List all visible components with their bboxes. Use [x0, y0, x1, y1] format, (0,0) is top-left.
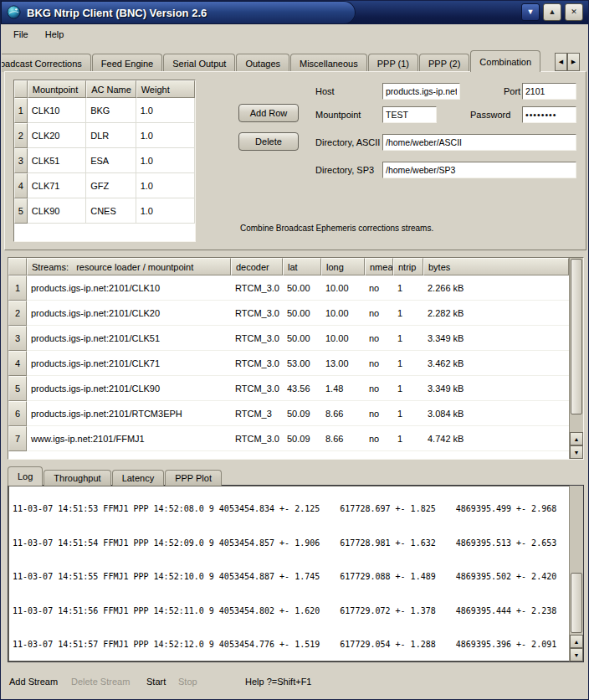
combination-hint: Combine Broadcast Ephemeris corrections …	[240, 224, 433, 233]
port-input[interactable]	[522, 83, 576, 100]
scrollbar-thumb[interactable]	[571, 259, 582, 414]
delete-button[interactable]: Delete	[238, 132, 299, 151]
chevron-right-icon: ▶	[571, 59, 576, 65]
streams-scrollbar[interactable]: ▲ ▼	[569, 258, 583, 459]
tab-scroll-right-button[interactable]: ▶	[567, 53, 580, 71]
titlebar-caption: BKG Ntrip Client (BNC) Version 2.6	[1, 1, 356, 24]
scroll-down-button[interactable]: ▼	[570, 445, 583, 459]
combination-row[interactable]: 4 CLK71 GFZ 1.0	[14, 173, 195, 198]
tabbar: Broadcast Corrections Feed Engine Serial…	[2, 49, 587, 72]
delete-stream-button[interactable]: Delete Stream	[71, 677, 130, 687]
tab-ppp-2[interactable]: PPP (2)	[419, 54, 469, 72]
tab-log[interactable]: Log	[8, 466, 43, 486]
stop-button[interactable]: Stop	[178, 677, 197, 687]
tab-latency[interactable]: Latency	[112, 470, 165, 486]
combination-row[interactable]: 3 CLK51 ESA 1.0	[14, 148, 195, 173]
port-label: Port	[504, 86, 520, 96]
tab-miscellaneous[interactable]: Miscellaneous	[290, 54, 367, 72]
col-header-weight[interactable]: Weight	[136, 80, 195, 98]
scroll-up-button[interactable]: ▲	[570, 432, 583, 445]
log-line: 11-03-07 14:51:53 FFMJ1 PPP 14:52:08.0 9…	[13, 503, 568, 515]
tab-scroll-left-button[interactable]: ◀	[555, 53, 567, 71]
directory-ascii-label: Directory, ASCII	[315, 137, 380, 147]
tab-throughput[interactable]: Throughput	[44, 470, 110, 486]
tab-scroll-buttons: ◀ ▶	[555, 53, 580, 71]
password-label: Password	[470, 110, 510, 120]
app-icon[interactable]	[7, 5, 21, 21]
combination-pane: Mountpoint AC Name Weight 1 CLK10 BKG 1.…	[4, 71, 586, 250]
col-header-bytes[interactable]: bytes	[423, 258, 569, 275]
mountpoint-input[interactable]	[382, 106, 437, 123]
combination-table: Mountpoint AC Name Weight 1 CLK10 BKG 1.…	[13, 80, 196, 242]
stream-row[interactable]: 1 products.igs-ip.net:2101/CLK10 RTCM_3.…	[8, 275, 569, 301]
menubar: File Help	[2, 24, 587, 44]
arrow-up-icon: ▲	[574, 639, 580, 645]
log-output[interactable]: 11-03-07 14:51:53 FFMJ1 PPP 14:52:08.0 9…	[8, 485, 584, 662]
close-button[interactable]: ✕	[565, 3, 583, 21]
scroll-down-button[interactable]: ▼	[570, 648, 583, 661]
close-icon: ✕	[571, 8, 577, 16]
bnc-window: BKG Ntrip Client (BNC) Version 2.6 ▼ ▲ ✕…	[0, 0, 589, 700]
log-line: 11-03-07 14:51:55 FFMJ1 PPP 14:52:10.0 9…	[13, 571, 568, 583]
add-row-button[interactable]: Add Row	[238, 104, 299, 122]
stream-row[interactable]: 5 products.igs-ip.net:2101/CLK90 RTCM_3.…	[8, 376, 569, 401]
arrow-down-icon: ▼	[574, 450, 580, 456]
log-line: 11-03-07 14:51:57 FFMJ1 PPP 14:52:12.0 9…	[13, 639, 568, 651]
streams-header: Streams: resource loader / mountpoint de…	[8, 258, 569, 275]
arrow-down-icon: ▼	[574, 652, 580, 658]
col-header-lat[interactable]: lat	[283, 258, 321, 275]
combination-row[interactable]: 2 CLK20 DLR 1.0	[14, 123, 195, 148]
stream-row[interactable]: 4 products.igs-ip.net:2101/CLK71 RTCM_3.…	[8, 351, 569, 376]
col-header-decoder[interactable]: decoder	[231, 258, 283, 275]
tab-strip: Broadcast Corrections Feed Engine Serial…	[2, 50, 541, 72]
col-header-ntrip[interactable]: ntrip	[393, 258, 423, 275]
col-header-nmea[interactable]: nmea	[365, 258, 393, 275]
col-header-long[interactable]: long	[321, 258, 365, 275]
stream-row[interactable]: 6 products.igs-ip.net:2101/RTCM3EPH RTCM…	[8, 401, 569, 426]
log-line: 11-03-07 14:51:54 FFMJ1 PPP 14:52:09.0 9…	[13, 538, 568, 549]
maximize-icon: ▲	[549, 8, 556, 16]
tab-ppp-plot[interactable]: PPP Plot	[165, 470, 222, 486]
titlebar[interactable]: BKG Ntrip Client (BNC) Version 2.6 ▼ ▲ ✕	[1, 1, 588, 24]
maximize-button[interactable]: ▲	[543, 3, 561, 21]
minimize-icon: ▼	[527, 8, 535, 16]
tab-broadcast-corrections[interactable]: Broadcast Corrections	[2, 54, 91, 72]
col-header-ac-name[interactable]: AC Name	[86, 80, 136, 98]
minimize-button[interactable]: ▼	[521, 3, 540, 21]
mountpoint-label: Mountpoint	[315, 110, 361, 120]
log-tabbar: Log Throughput Latency PPP Plot	[8, 466, 223, 486]
col-header-source[interactable]: Streams: resource loader / mountpoint	[27, 258, 231, 275]
password-input[interactable]	[522, 106, 576, 123]
tab-feed-engine[interactable]: Feed Engine	[92, 54, 162, 72]
chevron-left-icon: ◀	[559, 59, 563, 65]
tab-outages[interactable]: Outages	[236, 54, 289, 72]
combination-row[interactable]: 5 CLK90 CNES 1.0	[14, 198, 195, 224]
scroll-up-button[interactable]: ▲	[570, 635, 583, 648]
combination-row[interactable]: 1 CLK10 BKG 1.0	[14, 98, 195, 123]
add-stream-button[interactable]: Add Stream	[9, 677, 58, 687]
col-header-mountpoint[interactable]: Mountpoint	[28, 80, 86, 98]
stream-row[interactable]: 3 products.igs-ip.net:2101/CLK51 RTCM_3.…	[8, 326, 569, 351]
menu-file[interactable]: File	[7, 27, 35, 42]
start-button[interactable]: Start	[146, 677, 166, 687]
host-label: Host	[315, 86, 335, 96]
corner-cell	[8, 258, 27, 275]
log-scrollbar[interactable]: ▲ ▼	[569, 486, 583, 661]
stream-row[interactable]: 2 products.igs-ip.net:2101/CLK20 RTCM_3.…	[8, 301, 569, 326]
stream-row[interactable]: 7 www.igs-ip.net:2101/FFMJ1 RTCM_3.0 50.…	[8, 426, 569, 451]
arrow-up-icon: ▲	[574, 436, 580, 442]
bottom-toolbar: Add Stream Delete Stream Start Stop Help…	[1, 669, 588, 697]
window-title: BKG Ntrip Client (BNC) Version 2.6	[27, 7, 207, 19]
window-buttons: ▼ ▲ ✕	[521, 3, 583, 21]
help-button[interactable]: Help ?=Shift+F1	[245, 677, 312, 687]
tab-serial-output[interactable]: Serial Output	[163, 54, 235, 72]
host-input[interactable]	[382, 83, 460, 100]
log-lines: 11-03-07 14:51:53 FFMJ1 PPP 14:52:08.0 9…	[13, 485, 568, 662]
menu-help[interactable]: Help	[38, 27, 71, 42]
scrollbar-thumb[interactable]	[571, 573, 582, 633]
directory-ascii-input[interactable]	[382, 134, 576, 151]
directory-sp3-input[interactable]	[382, 162, 576, 178]
directory-sp3-label: Directory, SP3	[315, 165, 374, 175]
tab-combination[interactable]: Combination	[470, 50, 540, 72]
tab-ppp-1[interactable]: PPP (1)	[368, 54, 418, 72]
